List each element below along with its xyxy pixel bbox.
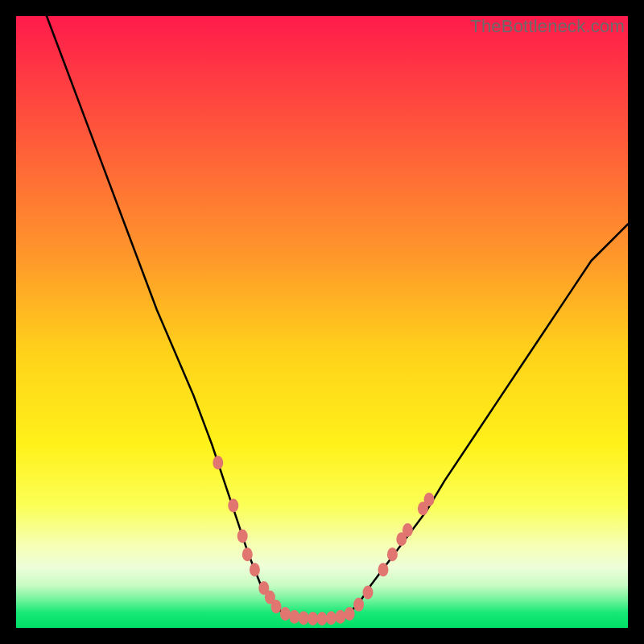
scatter-point	[326, 611, 336, 625]
scatter-point	[271, 600, 282, 613]
scatter-point	[317, 612, 328, 625]
scatter-point	[289, 610, 299, 624]
scatter-point	[424, 493, 435, 506]
scatter-point	[335, 610, 345, 624]
scatter-point	[280, 607, 291, 621]
chart-svg	[16, 16, 628, 628]
scatter-point	[242, 547, 253, 561]
scatter-point	[250, 563, 260, 576]
scatter-point	[345, 607, 355, 621]
scatter-point	[308, 612, 318, 625]
scatter-point	[378, 563, 389, 576]
scatter-point	[228, 499, 238, 513]
scatter-point	[237, 530, 248, 543]
scatter-point	[213, 456, 223, 469]
scatter-point	[402, 523, 413, 537]
chart-background	[16, 16, 628, 628]
scatter-point	[353, 598, 364, 612]
scatter-point	[363, 585, 374, 599]
scatter-point	[299, 611, 309, 625]
scatter-point	[387, 547, 398, 561]
watermark-text: TheBottleneck.com	[470, 16, 625, 37]
chart-frame: TheBottleneck.com	[16, 16, 628, 628]
